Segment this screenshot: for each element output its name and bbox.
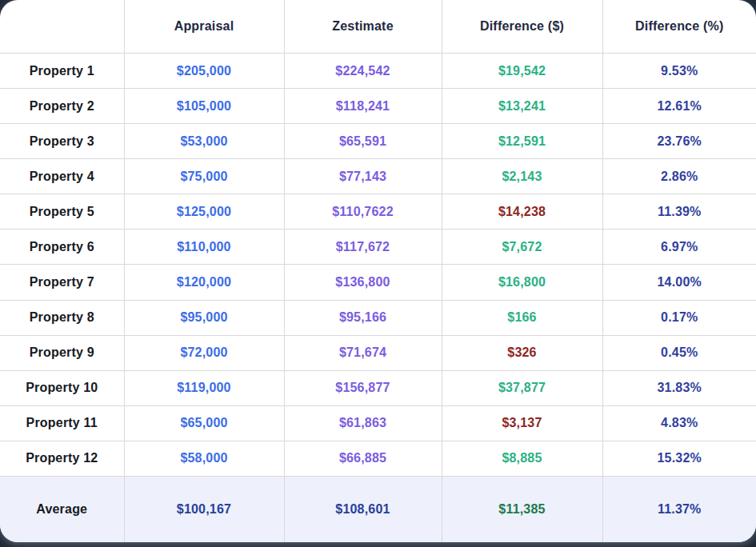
average-difference-value: $11,385 (442, 477, 602, 543)
table-row: Property 2 $105,000 $118,241 $13,241 12.… (0, 89, 756, 124)
row-label: Property 3 (0, 124, 124, 159)
zestimate-value: $66,885 (284, 441, 442, 476)
table-row: Property 6 $110,000 $117,672 $7,672 6.97… (0, 230, 756, 265)
percent-value: 0.17% (602, 300, 756, 335)
table-row: Property 3 $53,000 $65,591 $12,591 23.76… (0, 124, 756, 159)
header-difference-percent: Difference (%) (602, 0, 756, 54)
appraisal-value: $75,000 (124, 159, 284, 194)
row-label: Property 7 (0, 265, 124, 300)
percent-value: 11.39% (602, 194, 756, 230)
row-label: Property 11 (0, 405, 124, 441)
appraisal-value: $125,000 (124, 194, 284, 230)
header-zestimate: Zestimate (284, 0, 442, 54)
percent-value: 12.61% (602, 89, 756, 124)
appraisal-value: $120,000 (124, 265, 284, 300)
row-label: Property 12 (0, 441, 124, 476)
row-label: Property 8 (0, 300, 124, 335)
zestimate-value: $110,7622 (284, 194, 442, 230)
header-row: Appraisal Zestimate Difference ($) Diffe… (0, 0, 756, 54)
percent-value: 4.83% (602, 405, 756, 441)
difference-value: $3,137 (442, 405, 602, 441)
table-row: Property 8 $95,000 $95,166 $166 0.17% (0, 300, 756, 335)
average-zestimate-value: $108,601 (284, 477, 442, 543)
percent-value: 14.00% (602, 265, 756, 300)
percent-value: 23.76% (602, 124, 756, 159)
comparison-table-card: Appraisal Zestimate Difference ($) Diffe… (0, 0, 756, 542)
percent-value: 2.86% (602, 159, 756, 194)
average-row: Average $100,167 $108,601 $11,385 11.37% (0, 477, 756, 543)
zestimate-value: $71,674 (284, 335, 442, 370)
difference-value: $12,591 (442, 124, 602, 159)
difference-value: $166 (442, 300, 602, 335)
difference-value: $13,241 (442, 89, 602, 124)
zestimate-value: $61,863 (284, 405, 442, 441)
difference-value: $326 (442, 335, 602, 370)
appraisal-value: $95,000 (124, 300, 284, 335)
zestimate-value: $224,542 (284, 54, 442, 89)
row-label: Property 10 (0, 370, 124, 405)
appraisal-value: $65,000 (124, 405, 284, 441)
difference-value: $19,542 (442, 54, 602, 89)
table-row: Property 9 $72,000 $71,674 $326 0.45% (0, 335, 756, 370)
comparison-table: Appraisal Zestimate Difference ($) Diffe… (0, 0, 756, 542)
difference-value: $8,885 (442, 441, 602, 476)
table-row: Property 5 $125,000 $110,7622 $14,238 11… (0, 194, 756, 230)
percent-value: 31.83% (602, 370, 756, 405)
appraisal-value: $105,000 (124, 89, 284, 124)
header-difference-dollars: Difference ($) (442, 0, 602, 54)
table-row: Property 12 $58,000 $66,885 $8,885 15.32… (0, 441, 756, 476)
appraisal-value: $53,000 (124, 124, 284, 159)
zestimate-value: $118,241 (284, 89, 442, 124)
difference-value: $37,877 (442, 370, 602, 405)
difference-value: $2,143 (442, 159, 602, 194)
appraisal-value: $119,000 (124, 370, 284, 405)
table-body: Property 1 $205,000 $224,542 $19,542 9.5… (0, 54, 756, 477)
table-row: Property 1 $205,000 $224,542 $19,542 9.5… (0, 54, 756, 89)
average-appraisal-value: $100,167 (124, 477, 284, 543)
header-blank (0, 0, 124, 54)
row-label: Property 5 (0, 194, 124, 230)
zestimate-value: $65,591 (284, 124, 442, 159)
zestimate-value: $117,672 (284, 230, 442, 265)
average-percent-value: 11.37% (602, 477, 756, 543)
row-label: Property 9 (0, 335, 124, 370)
difference-value: $7,672 (442, 230, 602, 265)
appraisal-value: $205,000 (124, 54, 284, 89)
row-label: Property 1 (0, 54, 124, 89)
row-label: Property 2 (0, 89, 124, 124)
difference-value: $14,238 (442, 194, 602, 230)
table-row: Property 11 $65,000 $61,863 $3,137 4.83% (0, 405, 756, 441)
table-row: Property 7 $120,000 $136,800 $16,800 14.… (0, 265, 756, 300)
zestimate-value: $136,800 (284, 265, 442, 300)
average-label: Average (0, 477, 124, 543)
percent-value: 0.45% (602, 335, 756, 370)
table-row: Property 10 $119,000 $156,877 $37,877 31… (0, 370, 756, 405)
appraisal-value: $72,000 (124, 335, 284, 370)
table-row: Property 4 $75,000 $77,143 $2,143 2.86% (0, 159, 756, 194)
zestimate-value: $156,877 (284, 370, 442, 405)
row-label: Property 4 (0, 159, 124, 194)
header-appraisal: Appraisal (124, 0, 284, 54)
zestimate-value: $95,166 (284, 300, 442, 335)
percent-value: 9.53% (602, 54, 756, 89)
percent-value: 6.97% (602, 230, 756, 265)
difference-value: $16,800 (442, 265, 602, 300)
percent-value: 15.32% (602, 441, 756, 476)
row-label: Property 6 (0, 230, 124, 265)
appraisal-value: $58,000 (124, 441, 284, 476)
zestimate-value: $77,143 (284, 159, 442, 194)
appraisal-value: $110,000 (124, 230, 284, 265)
